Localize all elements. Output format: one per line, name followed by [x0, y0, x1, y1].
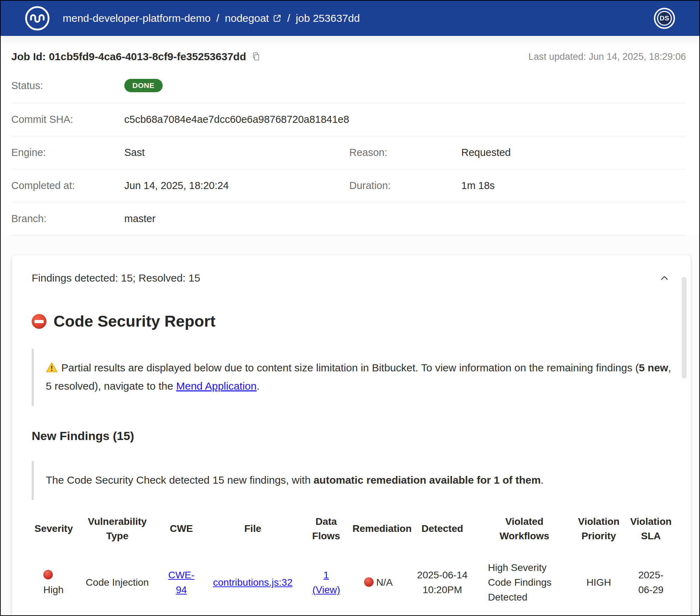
mend-application-link[interactable]: Mend Application	[176, 380, 257, 392]
intro-text-pre: The Code Security Check detected 15 new …	[46, 474, 313, 486]
vulnerability-type-cell: Code Injection	[75, 614, 160, 616]
breadcrumb-repo-link[interactable]: nodegoat	[225, 12, 282, 24]
col-header-detected: Detected	[407, 507, 478, 551]
vertical-scrollbar-thumb[interactable]	[682, 277, 687, 378]
duration-label: Duration:	[349, 180, 461, 191]
commit-sha-label: Commit SHA:	[11, 114, 124, 125]
remediation-cell: N/A	[350, 551, 407, 614]
violation-sla-cell: 2025-06-29	[626, 551, 675, 614]
breadcrumb-current-page: job 253637dd	[296, 12, 360, 24]
col-header-vulnerability-type: Vulnerability Type	[75, 507, 160, 551]
file-cell: contributions.js:33	[203, 614, 302, 616]
file-link[interactable]: contributions.js:32	[213, 577, 293, 588]
warning-text-post: .	[257, 380, 260, 392]
reason-label: Reason:	[349, 147, 461, 158]
data-flows-cell: 1 (View)	[303, 614, 350, 616]
warning-text-pre: Partial results are displayed below due …	[61, 362, 639, 373]
severity-cell: High	[32, 614, 75, 616]
new-findings-heading: New Findings (15)	[32, 429, 675, 443]
violation-priority-cell: HIGH	[571, 551, 626, 614]
remediation-na-icon	[364, 577, 374, 587]
cwe-link[interactable]: CWE-94	[167, 568, 196, 597]
high-severity-icon	[43, 570, 53, 579]
severity-text: High	[43, 584, 64, 595]
severity-cell: High	[32, 551, 75, 614]
copy-job-id-button[interactable]	[251, 51, 261, 62]
chevron-up-icon	[659, 273, 670, 283]
top-navbar: mend-developer-platform-demo / nodegoat …	[1, 1, 699, 36]
data-flows-link[interactable]: 1 (View)	[312, 568, 340, 597]
status-badge: DONE	[124, 79, 163, 92]
branch-label: Branch:	[11, 213, 124, 225]
reason-value: Requested	[461, 147, 686, 158]
copy-icon	[251, 51, 261, 62]
remediation-cell: N/A	[350, 614, 407, 616]
breadcrumb-repo-label: nodegoat	[225, 12, 269, 24]
warning-text-bold: 5 new	[639, 362, 668, 373]
collapse-panel-button[interactable]	[659, 273, 670, 283]
commit-sha-value: c5cb68a7084e4ae7dcc60e6a98768720a81841e8	[124, 114, 349, 125]
duration-value: 1m 18s	[461, 180, 686, 191]
col-header-violation-sla: Violation SLA	[626, 507, 675, 551]
commit-sha-row: Commit SHA: c5cb68a7084e4ae7dcc60e6a9876…	[11, 103, 686, 136]
intro-text-post: .	[541, 474, 544, 486]
col-header-cwe: CWE	[160, 507, 203, 551]
table-header-row: Severity Vulnerability Type CWE File Dat…	[32, 507, 675, 551]
job-id: Job Id: 01cb5fd9-4ca6-4013-8cf9-fe352536…	[11, 51, 246, 63]
file-cell: contributions.js:32	[203, 551, 302, 614]
job-id-row: Job Id: 01cb5fd9-4ca6-4013-8cf9-fe352536…	[11, 36, 686, 68]
engine-label: Engine:	[11, 147, 124, 158]
completed-duration-row: Completed at: Jun 14, 2025, 18:20:24 Dur…	[11, 169, 686, 202]
job-details-section: Job Id: 01cb5fd9-4ca6-4013-8cf9-fe352536…	[1, 36, 699, 235]
violation-sla-text: 2025-06-29	[636, 568, 667, 597]
warning-icon	[46, 361, 58, 378]
violation-sla-cell: 2025-06-29	[626, 614, 675, 616]
mend-logo-icon[interactable]	[24, 5, 51, 32]
col-header-violation-priority: Violation Priority	[571, 507, 626, 551]
violated-workflows-cell: High Severity Code Findings Detected	[478, 551, 571, 614]
col-header-file: File	[203, 507, 302, 551]
detected-cell: 2025-06-14 10:20PM	[407, 551, 478, 614]
breadcrumb-separator: /	[287, 12, 290, 24]
status-row: Status: DONE	[11, 68, 686, 103]
no-entry-icon	[32, 314, 46, 329]
external-link-icon	[273, 14, 282, 23]
col-header-severity: Severity	[32, 507, 75, 551]
branch-value: master	[124, 213, 349, 225]
violated-workflows-cell: High Severity Code Findings Detected	[478, 614, 571, 616]
breadcrumb-separator: /	[216, 12, 219, 24]
branch-row: Branch: master	[11, 202, 686, 235]
status-label: Status:	[11, 80, 124, 92]
finding-row: High Code Injection CWE-94 contributions…	[32, 614, 675, 616]
completed-at-value: Jun 14, 2025, 18:20:24	[124, 180, 349, 191]
findings-intro: The Code Security Check detected 15 new …	[32, 461, 675, 500]
last-updated-text: Last updated: Jun 14, 2025, 18:29:06	[529, 51, 686, 62]
vulnerability-type-cell: Code Injection	[75, 551, 160, 614]
finding-row: High Code Injection CWE-94 contributions…	[32, 551, 675, 614]
col-header-data-flows: Data Flows	[303, 507, 350, 551]
findings-report-card: Findings detected: 15; Resolved: 15 Code…	[12, 255, 691, 616]
breadcrumb: mend-developer-platform-demo / nodegoat …	[63, 12, 360, 24]
intro-text-bold: automatic remediation available for 1 of…	[313, 474, 540, 486]
data-flows-cell: 1 (View)	[303, 551, 350, 614]
violation-priority-cell: HIGH	[571, 614, 626, 616]
report-title: Code Security Report	[32, 312, 675, 331]
report-title-text: Code Security Report	[54, 312, 215, 331]
breadcrumb-project-link[interactable]: mend-developer-platform-demo	[63, 12, 211, 24]
cwe-cell: CWE-94	[160, 614, 203, 616]
user-avatar[interactable]: DS	[657, 11, 672, 26]
avatar-initials: DS	[660, 14, 669, 22]
engine-value: Sast	[124, 147, 349, 158]
findings-summary-header[interactable]: Findings detected: 15; Resolved: 15	[12, 255, 691, 284]
findings-table: Severity Vulnerability Type CWE File Dat…	[32, 507, 675, 616]
findings-summary-text: Findings detected: 15; Resolved: 15	[32, 272, 200, 284]
cwe-cell: CWE-94	[160, 551, 203, 614]
screenshot-frame: mend-developer-platform-demo / nodegoat …	[0, 0, 700, 616]
remediation-text: N/A	[376, 577, 393, 588]
detected-cell: 2025-06-14 10:20PM	[407, 614, 478, 616]
detected-text: 2025-06-14 10:20PM	[415, 568, 469, 597]
engine-reason-row: Engine: Sast Reason: Requested	[11, 136, 686, 169]
partial-results-warning: Partial results are displayed below due …	[32, 349, 675, 406]
col-header-remediation: Remediation	[350, 507, 407, 551]
completed-at-label: Completed at:	[11, 180, 124, 191]
